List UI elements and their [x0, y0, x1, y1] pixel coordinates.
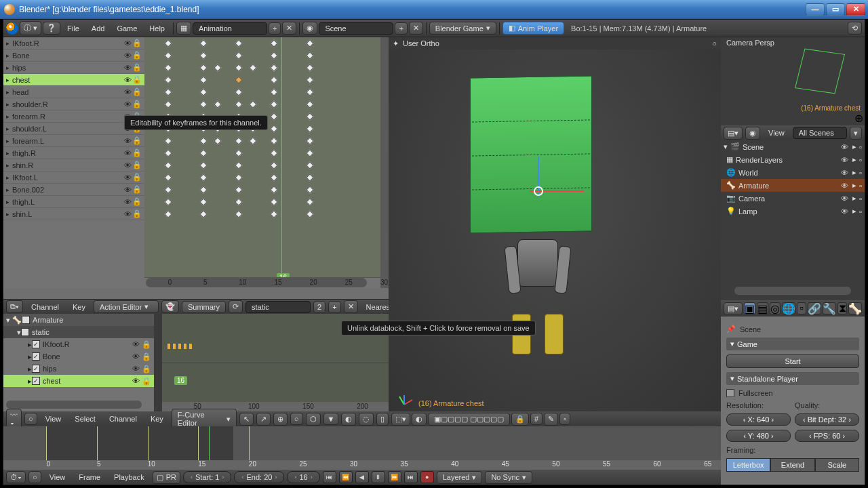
keyframe[interactable]: [306, 186, 313, 193]
back-to-previous-icon[interactable]: ⟲: [848, 22, 862, 35]
channel-row[interactable]: ▸thigh.R👁🔒: [3, 147, 144, 159]
keyframe[interactable]: [164, 64, 172, 71]
fullscreen-checkbox[interactable]: [726, 389, 734, 397]
channel-row[interactable]: ▸IKfoot.R👁🔒: [3, 37, 144, 49]
fcurve-hscroll[interactable]: [6, 401, 142, 409]
timeline-frame-menu[interactable]: Frame: [73, 471, 106, 483]
keyframe[interactable]: [199, 174, 207, 181]
keyframe[interactable]: [306, 210, 313, 218]
keyframe[interactable]: [235, 100, 243, 108]
tab-data[interactable]: ⧗: [837, 302, 847, 314]
view3d-layer-buttons[interactable]: ▣▢▢▢▢ ▢▢▢▢▢: [428, 413, 510, 426]
keyframe[interactable]: [164, 161, 172, 169]
next-key-icon[interactable]: ⏩: [388, 471, 401, 483]
channel-row[interactable]: ▸Bone.002👁🔒: [3, 184, 144, 196]
fps-field[interactable]: ‹ FPS: 60 ›: [795, 430, 859, 442]
keyframe[interactable]: [199, 186, 207, 193]
section-game[interactable]: ▾ Game: [726, 338, 859, 350]
keyframe[interactable]: [214, 64, 221, 71]
keyframe[interactable]: [306, 137, 313, 144]
keyframe[interactable]: [164, 39, 172, 47]
keyframe[interactable]: [235, 198, 243, 205]
framing-extend[interactable]: Extend: [770, 458, 814, 472]
view3d-icon[interactable]: ⬚▾: [391, 413, 410, 426]
outliner-search-icon[interactable]: ▾: [850, 127, 862, 140]
fcurve-cursor-icon[interactable]: ○: [24, 413, 37, 425]
keyframe[interactable]: [199, 161, 207, 169]
keyframe[interactable]: [271, 174, 278, 181]
timeline-keyframe[interactable]: [249, 426, 250, 460]
outliner-list[interactable]: ▾🎬Scene👁▸▫▦RenderLayers👁▸▫🌐World👁▸▫🦴Arma…: [721, 140, 865, 280]
fcurve-view-menu[interactable]: View: [40, 413, 67, 425]
fcurve-row[interactable]: ▾ ✓ static: [3, 326, 154, 338]
ghost-icon[interactable]: 👻: [161, 300, 179, 313]
bit-depth-field[interactable]: ‹ Bit Dept: 32 ›: [795, 413, 859, 426]
camera-expand-icon[interactable]: ⊕: [854, 112, 863, 125]
fcurve-key-menu[interactable]: Key: [145, 413, 169, 425]
lock-camera-icon[interactable]: 🔒: [511, 413, 529, 426]
window-maximize-button[interactable]: ▭: [826, 3, 845, 16]
keyframe[interactable]: [235, 88, 243, 96]
handles-icon[interactable]: ⬡: [306, 413, 321, 426]
menu-file[interactable]: File: [62, 22, 85, 35]
start-button[interactable]: Start: [726, 354, 859, 368]
keyframe[interactable]: [306, 76, 313, 83]
scene-add-icon[interactable]: +: [395, 22, 407, 35]
keyframe[interactable]: [271, 161, 278, 169]
keyframe[interactable]: [164, 88, 172, 96]
keyframe[interactable]: [214, 100, 221, 108]
keyframe[interactable]: [271, 100, 278, 108]
keyframe[interactable]: [199, 210, 207, 218]
fcurve-row[interactable]: ▸ ✓ chest👁 🔒: [3, 375, 154, 387]
outliner-row[interactable]: 💡Lamp👁▸▫: [721, 205, 865, 218]
auto-snap-icon[interactable]: ⊕: [273, 413, 288, 426]
fcurve-row[interactable]: ▸ ✓ IKfoot.R👁 🔒: [3, 338, 154, 350]
record-icon[interactable]: ●: [420, 471, 434, 483]
pin-icon[interactable]: 📌: [726, 325, 736, 333]
channel-row[interactable]: ▸forearm.L👁🔒: [3, 135, 144, 147]
timeline-editor-icon[interactable]: ⏱▾: [6, 471, 26, 483]
keyframe[interactable]: [306, 100, 313, 108]
window-minimize-button[interactable]: —: [806, 3, 825, 16]
tab-bone[interactable]: 🦴: [848, 302, 862, 314]
channel-row[interactable]: ▸forearm.R👁🔒: [3, 110, 144, 123]
channel-row[interactable]: ▸hips👁🔒: [3, 62, 144, 74]
channel-row[interactable]: ▸chest👁🔒: [3, 74, 144, 86]
dopesheet-mode-dropdown[interactable]: Action Editor ▾: [94, 300, 159, 313]
keyframe[interactable]: [271, 76, 278, 83]
proportional-icon[interactable]: ○: [290, 413, 303, 425]
tab-scene[interactable]: ◎: [770, 302, 781, 314]
fcurve-row[interactable]: ▸ ✓ Bone👁 🔒: [3, 350, 154, 363]
view3d-expand-icon[interactable]: ✦: [393, 39, 399, 48]
action-unlink-icon[interactable]: ✕: [344, 300, 358, 313]
start-frame-field[interactable]: ‹Start: 1›: [183, 471, 231, 483]
engine-dropdown[interactable]: Blender Game ▾: [429, 22, 496, 35]
pivot2-icon[interactable]: ↗: [256, 413, 271, 426]
keyframe[interactable]: [235, 52, 243, 59]
scene-browse-icon[interactable]: ◉: [302, 22, 317, 35]
timeline-keyframe[interactable]: [97, 426, 98, 460]
keyframe[interactable]: [164, 149, 172, 157]
view3d-maximize-icon[interactable]: ○: [712, 39, 717, 47]
action-name-field[interactable]: static: [245, 301, 311, 313]
tab-world[interactable]: 🌐: [782, 302, 795, 314]
timeline-view-menu[interactable]: View: [44, 471, 71, 483]
res-y-field[interactable]: ‹ Y: 480 ›: [726, 430, 791, 442]
prev-key-icon[interactable]: ⏪: [339, 471, 353, 483]
keyframe[interactable]: [164, 137, 172, 144]
tab-render[interactable]: ▣: [744, 302, 755, 314]
keyframe[interactable]: [235, 210, 243, 218]
keyframe[interactable]: [271, 125, 278, 132]
dopesheet-editor-icon[interactable]: ⧉▾: [6, 300, 23, 313]
timeline-keyframe[interactable]: [148, 426, 149, 460]
pivot-icon[interactable]: ↖: [239, 413, 254, 426]
channel-list[interactable]: ▸IKfoot.R👁🔒▸Bone👁🔒▸hips👁🔒▸chest👁🔒▸head👁🔒…: [3, 37, 144, 288]
action-browse-icon[interactable]: ⟳: [229, 300, 243, 313]
channel-row[interactable]: ▸shin.R👁🔒: [3, 159, 144, 171]
sync-mode-dropdown[interactable]: Layered ▾: [437, 471, 483, 484]
dopesheet-vscroll[interactable]: [380, 37, 389, 288]
keyframe[interactable]: [235, 186, 243, 193]
keyframe[interactable]: [271, 88, 278, 96]
keyframe[interactable]: [306, 113, 313, 120]
outliner-row[interactable]: 🌐World👁▸▫: [721, 166, 865, 179]
